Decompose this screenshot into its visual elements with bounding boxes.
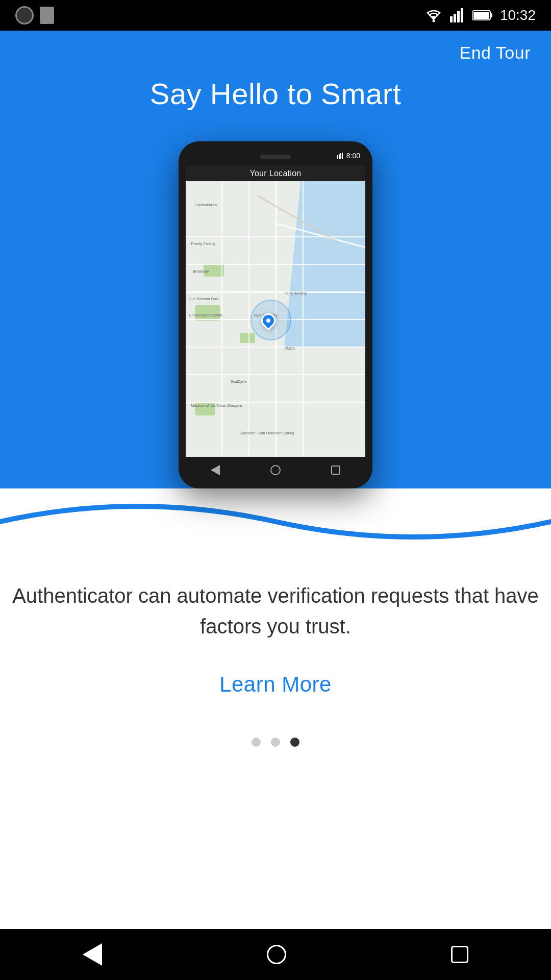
map-label-broadway: Broadway	[193, 270, 209, 273]
phone-screen-header: Your Location	[186, 166, 365, 181]
map-location-pin	[261, 313, 276, 328]
blue-section: End Tour Say Hello to Smart 8:00	[0, 31, 551, 488]
phone-nav-bar	[186, 459, 365, 481]
system-recents-button[interactable]	[451, 946, 468, 963]
status-bar: 10:32	[0, 0, 551, 31]
svg-rect-2	[454, 14, 456, 22]
battery-icon	[472, 10, 493, 21]
map-label-ferry: Ferry Building	[285, 291, 307, 295]
dot-2[interactable]	[271, 738, 280, 747]
phone-screen: Your Location	[186, 166, 365, 457]
phone-mockup: 8:00 Your Location	[179, 141, 372, 488]
road-v2	[248, 181, 249, 457]
map-park-3	[240, 333, 255, 343]
learn-more-button[interactable]: Learn More	[219, 672, 332, 697]
map-label-exploratorium: Exploratorium	[195, 203, 217, 207]
system-home-button[interactable]	[267, 945, 286, 964]
status-right-icons: 10:32	[424, 7, 536, 23]
camera-icon	[15, 6, 34, 24]
description-text: Authenticator can automate verification …	[0, 580, 551, 642]
phone-back-button	[211, 465, 220, 475]
phone-recents-button	[331, 465, 340, 475]
app-container: 10:32 End Tour Say Hello to Smart	[0, 0, 551, 980]
svg-point-0	[432, 20, 435, 22]
svg-rect-6	[490, 13, 492, 17]
phone-status: 8:00	[337, 152, 360, 160]
map-label-embarcadero: Embarcadero Center	[189, 313, 222, 317]
map-label-soulcycle: SoulCycle	[231, 380, 247, 383]
svg-rect-9	[339, 154, 340, 159]
signal-icon	[450, 8, 465, 22]
svg-rect-1	[450, 16, 453, 22]
end-tour-button[interactable]: End Tour	[460, 43, 531, 63]
bottom-section: Authenticator can automate verification …	[0, 550, 551, 980]
system-back-button[interactable]	[83, 943, 102, 966]
map-pin-circle	[258, 310, 279, 331]
phone-home-button	[270, 465, 281, 475]
sd-icon	[40, 7, 54, 24]
dot-3-active[interactable]	[290, 738, 299, 747]
phone-mockup-wrapper: 8:00 Your Location	[0, 141, 551, 488]
phone-top-bar: 8:00	[186, 150, 365, 164]
dot-1[interactable]	[252, 738, 261, 747]
svg-rect-7	[473, 12, 489, 19]
wave-svg	[0, 488, 551, 550]
status-left-icons	[15, 6, 54, 24]
phone-time: 8:00	[346, 152, 360, 160]
road-v1	[221, 181, 222, 457]
map-label-bierman: Sue Bierman Park	[189, 297, 218, 301]
svg-rect-10	[340, 153, 341, 159]
svg-rect-8	[337, 155, 338, 159]
map-label-ymca: YMCA	[285, 347, 295, 350]
map-label-priority: Priority Parking	[191, 242, 215, 246]
map-park-2	[195, 305, 220, 321]
phone-speaker	[260, 155, 291, 159]
map-label-galvanize: Galvanize - San Francisco (SoMa)	[240, 431, 294, 435]
wave-transition	[0, 488, 551, 550]
wifi-icon	[424, 8, 443, 22]
pagination-dots	[252, 738, 299, 747]
svg-rect-3	[457, 11, 460, 22]
svg-rect-4	[461, 8, 463, 22]
svg-rect-11	[342, 153, 343, 159]
map-area: Exploratorium Priority Parking Broadway …	[186, 181, 365, 457]
time-display: 10:32	[500, 7, 536, 23]
bottom-nav-bar	[0, 929, 551, 980]
map-label-museum: Museum of the African Diaspora	[191, 404, 242, 407]
map-pin-inner	[266, 318, 270, 323]
